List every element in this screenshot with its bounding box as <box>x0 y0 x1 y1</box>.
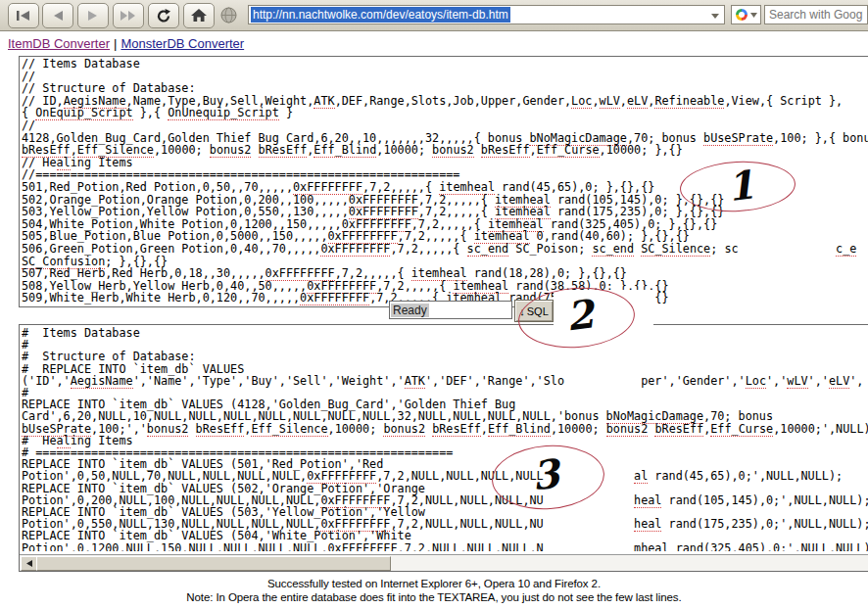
code-line: 507,Red_Herb,Red Herb,0,18,,30,,,,,0xFFF… <box>22 267 868 280</box>
reload-button[interactable] <box>148 3 179 28</box>
output-editor-border-left <box>19 324 20 571</box>
home-icon <box>191 9 207 23</box>
code-line: # Items Database <box>22 327 868 339</box>
back-button[interactable] <box>42 3 73 28</box>
scroll-left-button[interactable] <box>21 556 37 571</box>
code-line: { OnEquip_Script },{ OnUnequip_Script } <box>22 107 868 119</box>
source-editor-border-top <box>19 56 868 57</box>
url-selected-text: http://nn.nachtwolke.com/dev/eatoys/item… <box>251 7 510 23</box>
code-line: REPLACE INTO `item_db` VALUES (504,'Whit… <box>22 530 868 541</box>
footer-notes: Successfully tested on Internet Explorer… <box>0 577 868 604</box>
source-editor-border-left <box>19 56 20 307</box>
fast-forward-button[interactable] <box>113 3 144 28</box>
footer-note-line: Note: In Opera the entire database does … <box>0 590 868 604</box>
url-dropdown-icon[interactable] <box>711 14 719 19</box>
code-line: // <box>22 119 868 132</box>
back-icon <box>51 10 65 22</box>
itemdb-converter-link[interactable]: ItemDB Converter <box>8 36 110 51</box>
home-button[interactable] <box>183 3 215 28</box>
search-engine-button[interactable] <box>731 5 761 24</box>
output-editor-border-top <box>19 324 868 325</box>
code-line: # Structure of Database: <box>22 351 868 362</box>
code-line: // Structure of Database: <box>22 82 868 95</box>
footer-tested-line: Successfully tested on Internet Explorer… <box>0 577 868 590</box>
annotation-number-1: 1 <box>724 161 756 210</box>
output-horizontal-scrollbar[interactable] <box>20 554 868 571</box>
forward-icon <box>86 10 100 22</box>
code-line: Potion',0,1200,NULL,150,NULL,NULL,NULL,N… <box>22 542 868 551</box>
first-page-icon <box>16 10 31 22</box>
code-line: // Items Database <box>22 58 868 70</box>
code-line: bUseSPrate,100;','bonus2 bResEff,Eff_Sil… <box>22 423 868 435</box>
site-identity-button[interactable] <box>219 6 238 24</box>
first-page-button[interactable] <box>8 3 39 28</box>
code-line: 506,Green_Potion,Green Potion,0,40,,70,,… <box>22 243 868 256</box>
code-line: # REPLACE INTO `item_db` VALUES <box>22 363 868 375</box>
status-selected-text: Ready <box>391 304 429 317</box>
link-separator: | <box>110 36 121 51</box>
monsterdb-converter-link[interactable]: MonsterDB Converter <box>121 36 244 51</box>
code-line: Potion',0,50,NULL,70,NULL,NULL,NULL,NULL… <box>22 470 868 482</box>
site-globe-icon <box>220 7 237 23</box>
status-input[interactable]: Ready <box>389 301 512 319</box>
search-input[interactable] <box>764 5 868 24</box>
browser-toolbar: http://nn.nachtwolke.com/dev/eatoys/item… <box>0 0 868 31</box>
output-editor-textarea[interactable]: # Items Database## Structure of Database… <box>22 327 868 551</box>
annotation-number-3: 3 <box>529 449 561 498</box>
annotation-number-2: 2 <box>563 290 596 339</box>
code-line: ('ID','AegisName','Name','Type','Buy','S… <box>22 375 868 387</box>
code-line: Card',6,20,NULL,10,NULL,NULL,NULL,NULL,N… <box>22 410 868 422</box>
scroll-left-arrow-icon <box>26 560 32 567</box>
search-engine-dropdown-icon[interactable] <box>750 13 757 18</box>
fast-forward-icon <box>120 10 137 22</box>
output-editor-border-bottom <box>19 571 868 572</box>
reload-icon <box>156 9 171 23</box>
code-line: REPLACE INTO `item_db` VALUES (502,'Oran… <box>22 483 868 494</box>
forward-button[interactable] <box>77 3 109 28</box>
browser-window: http://nn.nachtwolke.com/dev/eatoys/item… <box>0 0 868 609</box>
page-nav-links: ItemDB Converter|MonsterDB Converter <box>8 36 244 51</box>
scrollbar-thumb[interactable] <box>36 556 391 571</box>
google-logo-icon <box>736 9 747 21</box>
code-line: bResEff,Eff_Silence,10000; bonus2 bResEf… <box>22 144 868 157</box>
url-input[interactable]: http://nn.nachtwolke.com/dev/eatoys/item… <box>248 5 725 24</box>
